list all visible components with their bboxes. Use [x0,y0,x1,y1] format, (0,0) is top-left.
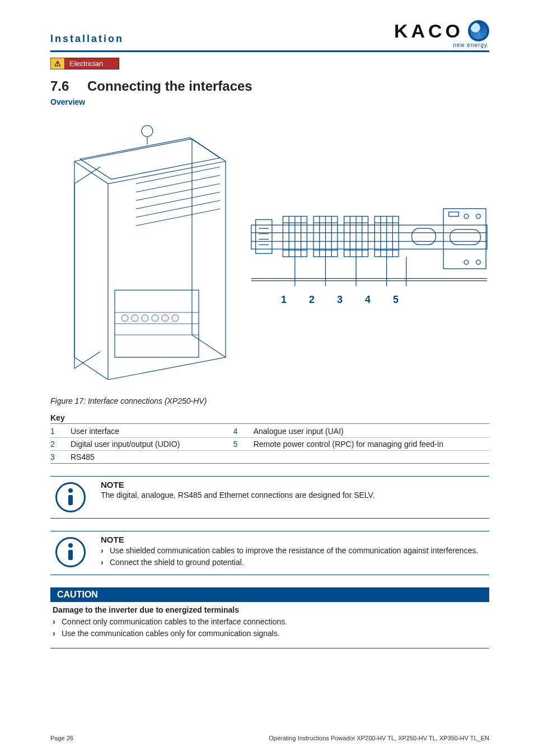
header-section-title: Installation [50,33,124,48]
table-row: 3 RS485 [50,451,489,464]
overview-label: Overview [50,97,489,106]
list-item: Use the communication cables only for co… [53,628,487,639]
figure-caption: Figure 17: Interface connections (XP250-… [50,396,489,405]
svg-line-4 [136,200,220,217]
footer-doc-title: Operating Instructions Powador XP200-HV … [269,735,489,741]
table-row: 1 User interface 4 Analogue user input (… [50,425,489,438]
svg-point-16 [142,125,153,137]
svg-line-1 [136,175,220,192]
svg-point-58 [476,214,481,218]
key-num [233,451,254,464]
svg-line-5 [136,209,220,226]
key-text: Analogue user input (UAI) [254,425,489,438]
key-num: 4 [233,425,254,438]
svg-point-60 [476,260,481,264]
note-block-2: NOTE Use shielded communication cables t… [50,531,489,575]
key-text: RS485 [71,451,209,464]
caution-block: CAUTION Damage to the inverter due to en… [50,587,489,648]
svg-point-59 [464,260,469,264]
callout-4: 4 [362,294,373,306]
page-footer: Page 26 Operating Instructions Powador X… [50,735,489,741]
callout-5: 5 [390,294,401,306]
svg-point-11 [132,315,138,321]
svg-rect-61 [450,229,481,244]
figure-callout-numbers: 1 2 3 4 5 [278,294,489,306]
info-icon [55,482,86,512]
key-text: Digital user input/output (UDIO) [71,438,209,451]
note-block-1: NOTE The digital, analogue, RS485 and Et… [50,476,489,519]
warning-icon: ⚠ [50,58,64,69]
note-bullet-list: Use shielded communication cables to imp… [101,545,489,568]
list-item: Use shielded communication cables to imp… [101,545,489,556]
figure-cabinet-drawing [50,116,238,385]
callout-1: 1 [278,294,289,306]
figure-terminal-strip: 1 2 3 4 5 [249,197,489,306]
logo-subtitle: new energy. [394,43,489,48]
key-num: 2 [50,438,71,451]
key-num: 3 [50,451,71,464]
key-text: Remote power control (RPC) for managing … [254,438,489,451]
note-text: The digital, analogue, RS485 and Etherne… [101,491,489,500]
svg-rect-21 [256,220,272,253]
key-text [254,451,489,464]
caution-bullet-list: Connect only communication cables to the… [53,617,487,639]
svg-point-13 [152,315,158,321]
figure-interface-connections: 1 2 3 4 5 [50,111,489,391]
footer-page-number: Page 26 [50,735,73,741]
svg-rect-18 [251,225,487,249]
cabinet-svg [52,122,237,380]
callout-3: 3 [334,294,345,306]
key-heading: Key [50,413,489,422]
section-title: Connecting the interfaces [87,78,252,94]
caution-subheading: Damage to the inverter due to energized … [53,605,487,614]
note-title: NOTE [101,535,489,544]
key-num: 5 [233,438,254,451]
svg-point-14 [162,315,168,321]
svg-rect-54 [412,228,436,244]
key-top-rule [50,423,489,424]
table-row: 2 Digital user input/output (UDIO) 5 Rem… [50,438,489,451]
role-label: Electrician [64,58,119,69]
key-num: 1 [50,425,71,438]
terminal-svg [249,197,489,292]
note-title: NOTE [101,480,489,489]
svg-line-2 [136,184,220,200]
header-rule [50,50,489,52]
list-item: Connect the shield to ground potential. [101,557,489,568]
page-header: Installation KACO new energy. [50,20,489,48]
svg-point-15 [172,315,179,321]
logo-text: KACO [394,21,463,40]
key-table: 1 User interface 4 Analogue user input (… [50,425,489,464]
svg-rect-56 [449,212,459,216]
svg-line-3 [136,192,220,209]
key-text: User interface [71,425,209,438]
logo-swirl-icon [468,20,489,41]
callout-2: 2 [306,294,317,306]
section-heading: 7.6 Connecting the interfaces [50,78,489,94]
brand-logo: KACO new energy. [394,20,489,48]
svg-point-12 [142,315,148,321]
svg-line-0 [136,167,220,184]
section-number: 7.6 [50,78,73,94]
role-badge: ⚠ Electrician [50,58,119,69]
list-item: Connect only communication cables to the… [53,617,487,627]
caution-bar: CAUTION [50,587,489,602]
svg-point-10 [121,315,128,321]
svg-point-57 [464,214,469,218]
info-icon [55,537,86,567]
